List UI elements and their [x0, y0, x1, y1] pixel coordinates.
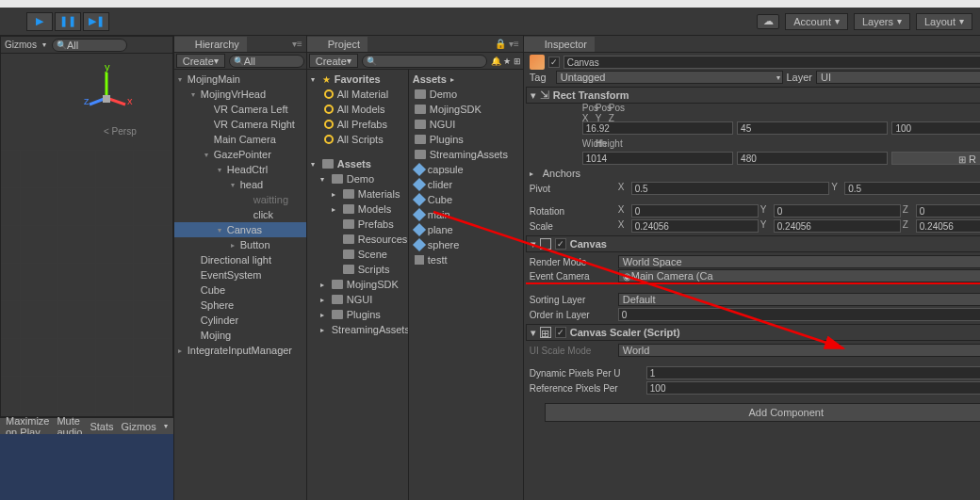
hierarchy-create[interactable]: Create ▾	[176, 54, 225, 68]
project-menu[interactable]: 🔒 ▾≡	[491, 39, 523, 49]
pivot-y[interactable]	[844, 182, 980, 195]
render-mode-dropdown[interactable]: World Space	[618, 255, 980, 268]
dpp-field[interactable]	[646, 366, 980, 379]
project-folder[interactable]: ▾Demo	[307, 171, 408, 186]
posy-field[interactable]	[737, 121, 888, 135]
project-folder[interactable]: ▸NGUI	[307, 292, 408, 307]
stats-toggle[interactable]: Stats	[90, 421, 113, 432]
hierarchy-item[interactable]: ▾MojingVrHead	[174, 87, 306, 102]
scale-z[interactable]	[916, 219, 980, 233]
hierarchy-item[interactable]: ▾MojingMain	[174, 72, 306, 87]
hierarchy-item[interactable]: Main Camera	[174, 132, 306, 147]
hierarchy-search[interactable]: 🔍 All	[229, 55, 304, 68]
asset-item[interactable]: Cube	[409, 192, 523, 207]
sorting-layer-dropdown[interactable]: Default	[618, 293, 980, 306]
account-dropdown[interactable]: Account ▾	[785, 13, 848, 30]
width-field[interactable]	[582, 152, 733, 165]
hierarchy-item[interactable]: ▾Canvas	[174, 222, 306, 237]
asset-item[interactable]: clider	[409, 177, 523, 192]
event-camera-field[interactable]: ◉ Main Camera (Ca	[618, 269, 980, 282]
project-icons[interactable]: 🔔 ★ ⊞	[491, 56, 521, 66]
step-button[interactable]: ▶❚	[83, 12, 109, 31]
hierarchy-item[interactable]: click	[174, 207, 306, 222]
project-folder[interactable]: ▸Plugins	[307, 307, 408, 322]
hierarchy-item[interactable]: ▸IntegrateInputManager	[174, 343, 306, 358]
project-search[interactable]: 🔍	[362, 55, 487, 68]
all-scripts[interactable]: All Scripts	[307, 132, 408, 147]
asset-item[interactable]: main	[409, 207, 523, 222]
cloud-icon[interactable]: ☁	[757, 14, 779, 29]
all-models[interactable]: All Models	[307, 102, 408, 117]
hierarchy-item[interactable]: Cylinder	[174, 313, 306, 328]
asset-item[interactable]: plane	[409, 222, 523, 237]
project-folder[interactable]: Scripts	[307, 262, 408, 277]
hierarchy-item[interactable]: VR Camera Right	[174, 117, 306, 132]
hierarchy-item[interactable]: VR Camera Left	[174, 102, 306, 117]
rot-x[interactable]	[631, 204, 759, 218]
pivot-x[interactable]	[631, 182, 830, 195]
gizmos-label[interactable]: Gizmos	[5, 40, 37, 50]
hierarchy-item[interactable]: Mojing	[174, 328, 306, 343]
all-prefabs[interactable]: All Prefabs	[307, 117, 408, 132]
layout-dropdown[interactable]: Layout ▾	[916, 13, 972, 30]
pause-button[interactable]: ❚❚	[55, 12, 81, 31]
rect-transform-header[interactable]: ▾⇲Rect Transform⚙	[526, 87, 980, 104]
hierarchy-item[interactable]: Cube	[174, 282, 306, 298]
project-folder[interactable]: Scene	[307, 247, 408, 262]
scale-y[interactable]	[774, 219, 901, 233]
posx-field[interactable]	[582, 121, 733, 135]
favorites-folder[interactable]: ▾★Favorites	[307, 72, 408, 87]
tag-dropdown[interactable]: Untagged	[556, 71, 783, 84]
asset-item[interactable]: sphere	[409, 237, 523, 252]
hierarchy-item[interactable]: Sphere	[174, 298, 306, 313]
height-field[interactable]	[737, 152, 888, 165]
persp-label[interactable]: Persp	[104, 126, 137, 137]
project-folder[interactable]: ▸StreamingAssets	[307, 322, 408, 337]
active-checkbox[interactable]: ✓	[548, 56, 560, 68]
project-folder[interactable]: ▸Materials	[307, 186, 408, 202]
all-materials[interactable]: All Material	[307, 87, 408, 102]
assets-root[interactable]: ▾Assets	[307, 156, 408, 171]
hierarchy-tab[interactable]: Hierarchy	[174, 37, 247, 52]
asset-item[interactable]: NGUI	[409, 117, 523, 132]
hierarchy-menu[interactable]: ▾≡	[288, 39, 306, 49]
project-create[interactable]: Create ▾	[309, 54, 358, 68]
scene-search[interactable]: 🔍 All	[52, 39, 127, 52]
hierarchy-item[interactable]: waitting	[174, 192, 306, 207]
blueprint-button[interactable]: ⊞ R	[891, 152, 980, 165]
rot-z[interactable]	[916, 204, 980, 218]
assets-breadcrumb[interactable]: Assets ▸	[409, 72, 523, 87]
hierarchy-item[interactable]: ▾HeadCtrl	[174, 162, 306, 177]
scale-x[interactable]	[631, 219, 759, 233]
asset-item[interactable]: MojingSDK	[409, 102, 523, 117]
hierarchy-item[interactable]: ▾head	[174, 177, 306, 192]
anchors-foldout[interactable]: Anchors	[543, 168, 580, 179]
project-folder[interactable]: ▸MojingSDK	[307, 277, 408, 292]
scaler-header[interactable]: ▾⊞✓Canvas Scaler (Script)⚙	[526, 324, 980, 341]
inspector-tab[interactable]: Inspector	[524, 37, 595, 52]
hierarchy-item[interactable]: EventSystem	[174, 267, 306, 282]
asset-item[interactable]: Plugins	[409, 132, 523, 147]
hierarchy-item[interactable]: ▾GazePointer	[174, 147, 306, 162]
orientation-gizmo[interactable]: y x z	[78, 65, 135, 121]
layers-dropdown[interactable]: Layers ▾	[854, 13, 910, 30]
canvas-header[interactable]: ▾✓Canvas⚙	[526, 235, 980, 252]
add-component-button[interactable]: Add Component	[545, 403, 980, 422]
asset-item[interactable]: capsule	[409, 162, 523, 177]
asset-item[interactable]: testt	[409, 252, 523, 267]
name-field[interactable]	[564, 56, 980, 69]
project-tab[interactable]: Project	[307, 37, 368, 52]
play-button[interactable]: ▶	[26, 12, 53, 31]
project-folder[interactable]: Resources	[307, 232, 408, 247]
project-folder[interactable]: Prefabs	[307, 217, 408, 232]
rot-y[interactable]	[774, 204, 901, 218]
posz-field[interactable]	[891, 121, 980, 135]
asset-item[interactable]: Demo	[409, 87, 523, 102]
gizmos2-toggle[interactable]: Gizmos	[121, 421, 155, 432]
layer-dropdown[interactable]: UI	[816, 71, 980, 84]
order-field[interactable]	[618, 308, 980, 321]
project-folder[interactable]: ▸Models	[307, 202, 408, 217]
hierarchy-item[interactable]: ▸Button	[174, 237, 306, 252]
hierarchy-item[interactable]: Directional light	[174, 252, 306, 267]
rpp-field[interactable]	[646, 381, 980, 395]
